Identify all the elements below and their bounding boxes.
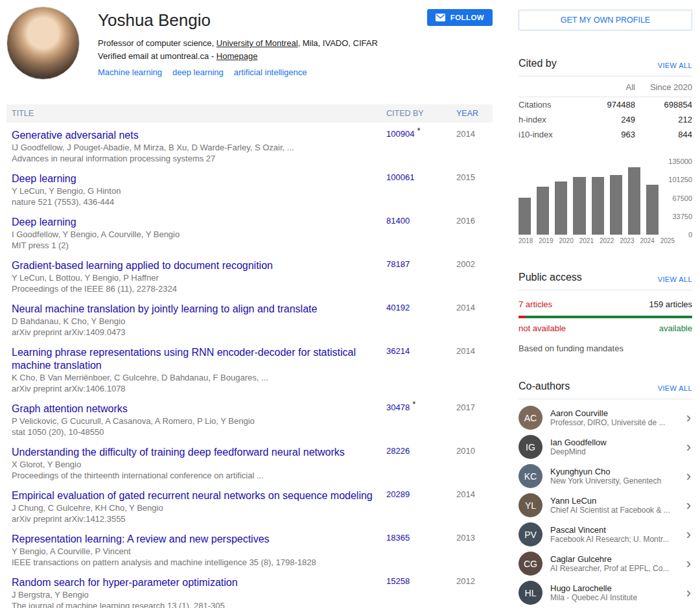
coauthor-name-link[interactable]: Hugo Larochelle (550, 583, 682, 593)
interest-link[interactable]: Machine learning (98, 67, 162, 77)
article-authors: IJ Goodfellow, J Pouget-Abadie, M Mirza,… (12, 143, 376, 153)
coauthor-avatar: AC (519, 406, 542, 430)
citation-year-bar[interactable] (628, 167, 640, 235)
coauthor-name-link[interactable]: Yann LeCun (550, 496, 682, 506)
coauthor-row[interactable]: HLHugo LarochelleMila - Quebec AI Instit… (519, 578, 692, 607)
citation-year-bar[interactable] (592, 177, 604, 235)
citation-year-bar[interactable] (555, 181, 567, 235)
article-venue: IEEE transactions on pattern analysis an… (12, 557, 376, 568)
sort-by-citations-header[interactable]: CITED BY (381, 104, 451, 123)
chevron-right-icon[interactable]: › (682, 586, 692, 600)
chart-year-label: 2023 (620, 237, 634, 244)
cited-by-count-link[interactable]: 100904 (386, 129, 414, 139)
coauthor-name-link[interactable]: Kyunghyun Cho (550, 467, 682, 476)
chevron-right-icon[interactable]: › (682, 469, 692, 484)
article-authors: I Goodfellow, Y Bengio, A Courville, Y B… (12, 229, 376, 240)
estimated-citations-star-icon: * (417, 126, 420, 135)
cited-by-count-link[interactable]: 36214 (386, 346, 410, 356)
chart-x-axis: 20182019202020212022202320242025 (519, 237, 659, 244)
article-authors: P Velickovic, G Cucurull, A Casanova, A … (12, 416, 376, 427)
coauthor-name-link[interactable]: Ian Goodfellow (550, 438, 682, 447)
university-link[interactable]: University of Montreal (216, 38, 298, 48)
chevron-right-icon[interactable]: › (682, 440, 692, 454)
article-title-link[interactable]: Graph attention networks (12, 403, 128, 414)
article-venue: nature 521 (7553), 436-444 (12, 197, 376, 207)
get-my-own-profile-button[interactable]: GET MY OWN PROFILE (519, 10, 692, 30)
coauthor-row[interactable]: YLYann LeCunChief AI Scientist at Facebo… (519, 491, 692, 520)
scholar-profile-page: Yoshua Bengio Professor of computer scie… (0, 0, 700, 608)
citation-year-bar[interactable] (519, 198, 531, 235)
article-year: 2014 (451, 340, 493, 396)
chart-year-label: 2022 (600, 237, 614, 244)
sort-by-year-header[interactable]: YEAR (451, 104, 493, 123)
public-access-header: Public access VIEW ALL (519, 272, 692, 290)
coauthor-row[interactable]: IGIan GoodfellowDeepMind› (519, 432, 692, 462)
citation-year-bar[interactable] (646, 185, 659, 235)
article-title-link[interactable]: Random search for hyper-parameter optimi… (12, 577, 238, 588)
article-title-link[interactable]: Understanding the difficulty of training… (12, 447, 345, 458)
coauthor-name-link[interactable]: Aaron Courville (550, 408, 682, 418)
cited-by-count-link[interactable]: 30478 (386, 403, 410, 412)
affiliation-text: Professor of computer science, (98, 38, 216, 48)
chart-year-label: 2018 (519, 237, 533, 244)
article-venue: MIT press 1 (2) (12, 240, 376, 251)
interest-link[interactable]: deep learning (172, 67, 224, 77)
article-year: 2017 (451, 396, 493, 439)
homepage-link[interactable]: Homepage (216, 51, 258, 61)
chevron-right-icon[interactable]: › (682, 528, 692, 542)
chevron-right-icon[interactable]: › (682, 411, 692, 425)
coauthor-affiliation: DeepMind (550, 447, 682, 456)
article-title-link[interactable]: Generative adversarial nets (12, 130, 139, 141)
coauthor-text: Ian GoodfellowDeepMind (550, 438, 682, 456)
public-access-counts: 7 articles 159 articles (519, 299, 692, 309)
public-access-view-all-link[interactable]: VIEW ALL (658, 275, 692, 283)
coauthor-name-link[interactable]: Pascal Vincent (550, 525, 682, 535)
follow-button[interactable]: FOLLOW (427, 9, 493, 26)
cited-by-count-link[interactable]: 28226 (386, 446, 410, 456)
citation-year-bar[interactable] (610, 175, 622, 235)
article-title-link[interactable]: Neural machine translation by jointly le… (12, 303, 317, 314)
chevron-right-icon[interactable]: › (682, 498, 692, 513)
article-title-link[interactable]: Gradient-based learning applied to docum… (12, 260, 273, 271)
sort-by-title-header[interactable]: TITLE (6, 104, 381, 123)
chevron-right-icon[interactable]: › (682, 557, 692, 571)
citation-year-bar[interactable] (537, 187, 549, 235)
coauthor-row[interactable]: PVPascal VincentFacebook AI Research; U.… (519, 520, 692, 549)
cited-by-count-link[interactable]: 15258 (386, 576, 410, 586)
citation-year-bar[interactable] (573, 177, 585, 235)
cited-by-count-link[interactable]: 81400 (386, 216, 410, 226)
coauthor-text: Yann LeCunChief AI Scientist at Facebook… (550, 496, 682, 515)
article-authors: J Chung, C Gulcehre, KH Cho, Y Bengio (12, 503, 376, 513)
coauthor-text: Hugo LarochelleMila - Quebec AI Institut… (550, 583, 682, 602)
coauthors-view-all-link[interactable]: VIEW ALL (658, 384, 692, 392)
follow-label: FOLLOW (450, 14, 484, 21)
article-title-link[interactable]: Deep learning (12, 173, 76, 184)
interest-link[interactable]: artificial intelligence (234, 67, 307, 77)
cited-by-count-link[interactable]: 100061 (386, 172, 414, 182)
affiliation-suffix: , Mila, IVADO, CIFAR (298, 38, 378, 48)
cited-by-count-link[interactable]: 18365 (386, 533, 410, 543)
coauthor-text: Pascal VincentFacebook AI Research; U. M… (550, 525, 682, 544)
coauthor-text: Caglar GulcehreAI Researcher, Prof at EP… (550, 554, 682, 573)
coauthor-row[interactable]: CGCaglar GulcehreAI Researcher, Prof at … (519, 549, 692, 578)
article-row: Deep learningI Goodfellow, Y Bengio, A C… (6, 209, 493, 253)
coauthor-row[interactable]: ACAaron CourvilleProfessor, DIRO, Univer… (519, 403, 692, 432)
cited-by-count-link[interactable]: 78187 (386, 259, 410, 269)
article-title-link[interactable]: Representation learning: A review and ne… (12, 533, 270, 544)
article-title-link[interactable]: Deep learning (12, 216, 76, 228)
coauthor-list: ACAaron CourvilleProfessor, DIRO, Univer… (519, 403, 692, 607)
coauthor-row[interactable]: KCKyunghyun ChoNew York University, Gene… (519, 462, 692, 491)
article-title-link[interactable]: Empirical evaluation of gated recurrent … (12, 490, 373, 501)
main-column: Yoshua Bengio Professor of computer scie… (6, 5, 493, 608)
stats-col-since: Since 2020 (635, 76, 692, 97)
citations-chart: 20182019202020212022202320242025 1350001… (519, 161, 692, 244)
article-authors: X Glorot, Y Bengio (12, 460, 376, 470)
article-authors: Y LeCun, Y Bengio, G Hinton (12, 186, 376, 196)
interests: Machine learningdeep learningartificial … (98, 67, 493, 77)
cited-by-count-link[interactable]: 20289 (386, 489, 410, 499)
cited-by-count-link[interactable]: 40192 (386, 303, 410, 312)
article-title-link[interactable]: Learning phrase representations using RN… (12, 347, 356, 371)
coauthor-name-link[interactable]: Caglar Gulcehre (550, 554, 682, 564)
article-authors: Y Bengio, A Courville, P Vincent (12, 546, 376, 557)
cited-by-view-all-link[interactable]: VIEW ALL (658, 62, 692, 69)
